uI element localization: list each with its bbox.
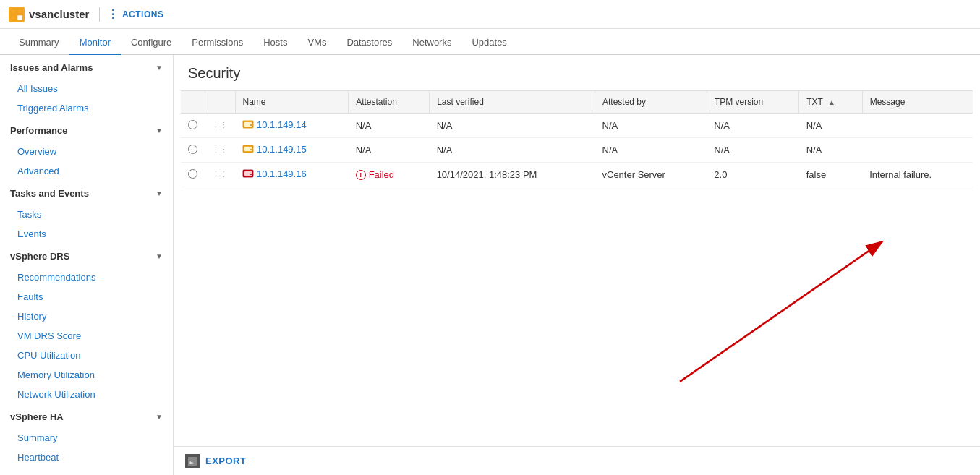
header-divider <box>99 7 100 22</box>
row-tpm-version-2: N/A <box>707 138 798 163</box>
table-row: ⋮⋮ 10.1.149.15 N/A <box>181 138 973 163</box>
status-failed-badge: ! Failed <box>356 169 422 180</box>
sidebar-item-ha-summary[interactable]: Summary <box>0 428 173 448</box>
security-table-container: Name Attestation Last verified Attested … <box>174 90 980 446</box>
sidebar-item-tasks[interactable]: Tasks <box>0 205 173 224</box>
sidebar-item-faults[interactable]: Faults <box>0 287 173 307</box>
radio-input-3[interactable] <box>188 169 197 179</box>
sidebar-item-heartbeat[interactable]: Heartbeat <box>0 448 173 467</box>
row-drag-1: ⋮⋮ <box>205 114 235 138</box>
page-title: Security <box>174 55 980 90</box>
sidebar-item-network-utilization[interactable]: Network Utilization <box>0 385 173 404</box>
row-radio-3[interactable] <box>181 163 205 187</box>
actions-label: ACTIONS <box>122 9 164 20</box>
sidebar-section-performance-label: Performance <box>10 125 67 136</box>
col-header-attestation[interactable]: Attestation <box>349 91 430 114</box>
svg-rect-1 <box>17 9 22 14</box>
sidebar-item-all-issues[interactable]: All Issues <box>0 79 173 98</box>
row-last-verified-1: N/A <box>430 114 595 138</box>
svg-rect-3 <box>17 15 22 20</box>
tab-vms[interactable]: VMs <box>297 31 336 55</box>
actions-button[interactable]: ⋮ ACTIONS <box>107 7 163 21</box>
row-message-2 <box>862 138 973 163</box>
sidebar-section-vsphere-drs-label: vSphere DRS <box>10 251 69 262</box>
host-icon <box>242 119 254 130</box>
sidebar-section-issues-alarms[interactable]: Issues and Alarms ▼ <box>0 55 173 79</box>
radio-input-2[interactable] <box>188 145 197 154</box>
col-header-attested-by[interactable]: Attested by <box>595 91 707 114</box>
svg-rect-8 <box>244 147 252 151</box>
tab-updates[interactable]: Updates <box>461 31 516 55</box>
sidebar-section-issues-alarms-label: Issues and Alarms <box>10 62 93 73</box>
sidebar-section-tasks-events[interactable]: Tasks and Events ▼ <box>0 181 173 205</box>
content-footer: E EXPORT <box>174 446 980 475</box>
export-icon: E <box>185 454 200 468</box>
app-title: vsancluster <box>29 8 89 20</box>
radio-input-1[interactable] <box>188 120 197 129</box>
table-row: ⋮⋮ 10.1.149.16 <box>181 163 973 187</box>
chevron-down-icon: ▼ <box>155 189 163 197</box>
host-link-2[interactable]: 10.1.149.15 <box>257 144 307 155</box>
sidebar-section-vsphere-ha-label: vSphere HA <box>10 411 64 422</box>
table-row: ⋮⋮ 10.1.149.14 N/A <box>181 114 973 138</box>
actions-dots-icon: ⋮ <box>107 7 119 21</box>
row-message-3: Internal failure. <box>862 163 973 187</box>
tab-datastores[interactable]: Datastores <box>336 31 402 55</box>
top-header: vsancluster ⋮ ACTIONS <box>0 0 980 29</box>
export-button[interactable]: EXPORT <box>205 455 246 466</box>
col-header-txt[interactable]: TXT ▲ <box>799 91 862 114</box>
content-area: Security Name Attestation Last verified … <box>174 55 980 475</box>
sidebar-section-vsphere-ha[interactable]: vSphere HA ▼ <box>0 404 173 428</box>
svg-rect-2 <box>11 15 16 20</box>
tab-summary[interactable]: Summary <box>9 31 69 55</box>
row-name-3: 10.1.149.16 <box>235 163 349 187</box>
sidebar-item-advanced[interactable]: Advanced <box>0 161 173 181</box>
row-radio-1[interactable] <box>181 114 205 138</box>
row-attested-by-3: vCenter Server <box>595 163 707 187</box>
tab-monitor[interactable]: Monitor <box>69 31 121 55</box>
sidebar-item-overview[interactable]: Overview <box>0 142 173 161</box>
sidebar: Issues and Alarms ▼ All Issues Triggered… <box>0 55 174 475</box>
tab-networks[interactable]: Networks <box>402 31 461 55</box>
row-radio-2[interactable] <box>181 138 205 163</box>
col-header-drag <box>205 91 235 114</box>
row-attested-by-2: N/A <box>595 138 707 163</box>
sidebar-item-vm-drs-score[interactable]: VM DRS Score <box>0 326 173 346</box>
col-header-tpm-version[interactable]: TPM version <box>707 91 798 114</box>
sidebar-section-tasks-events-label: Tasks and Events <box>10 188 89 199</box>
host-link-1[interactable]: 10.1.149.14 <box>257 119 307 130</box>
col-header-message[interactable]: Message <box>862 91 973 114</box>
row-attestation-1: N/A <box>349 114 430 138</box>
row-last-verified-2: N/A <box>430 138 595 163</box>
svg-rect-11 <box>244 171 252 176</box>
table-header-row: Name Attestation Last verified Attested … <box>181 91 973 114</box>
nav-tabs: Summary Monitor Configure Permissions Ho… <box>0 29 980 55</box>
tab-configure[interactable]: Configure <box>121 31 182 55</box>
sidebar-section-vsphere-drs[interactable]: vSphere DRS ▼ <box>0 244 173 268</box>
host-error-icon <box>242 168 254 179</box>
sidebar-item-memory-utilization[interactable]: Memory Utilization <box>0 365 173 385</box>
row-attested-by-1: N/A <box>595 114 707 138</box>
sidebar-section-performance[interactable]: Performance ▼ <box>0 118 173 142</box>
col-header-name[interactable]: Name <box>235 91 349 114</box>
sidebar-item-triggered-alarms[interactable]: Triggered Alarms <box>0 98 173 118</box>
host-icon <box>242 143 254 155</box>
col-header-last-verified[interactable]: Last verified <box>430 91 595 114</box>
row-attestation-2: N/A <box>349 138 430 163</box>
sidebar-item-events[interactable]: Events <box>0 224 173 244</box>
host-link-3[interactable]: 10.1.149.16 <box>257 168 307 179</box>
sidebar-item-cpu-utilization[interactable]: CPU Utilization <box>0 346 173 365</box>
row-attestation-3: ! Failed <box>349 163 430 187</box>
sidebar-item-history[interactable]: History <box>0 307 173 326</box>
svg-point-9 <box>250 149 252 150</box>
svg-rect-5 <box>244 122 252 127</box>
svg-point-12 <box>250 174 252 175</box>
tab-hosts[interactable]: Hosts <box>253 31 297 55</box>
chevron-down-icon: ▼ <box>155 127 163 134</box>
failed-circle-icon: ! <box>356 170 366 180</box>
chevron-down-icon: ▼ <box>155 413 163 421</box>
svg-rect-0 <box>11 9 16 14</box>
tab-permissions[interactable]: Permissions <box>182 31 253 55</box>
svg-text:E: E <box>189 459 193 466</box>
sidebar-item-recommendations[interactable]: Recommendations <box>0 268 173 287</box>
